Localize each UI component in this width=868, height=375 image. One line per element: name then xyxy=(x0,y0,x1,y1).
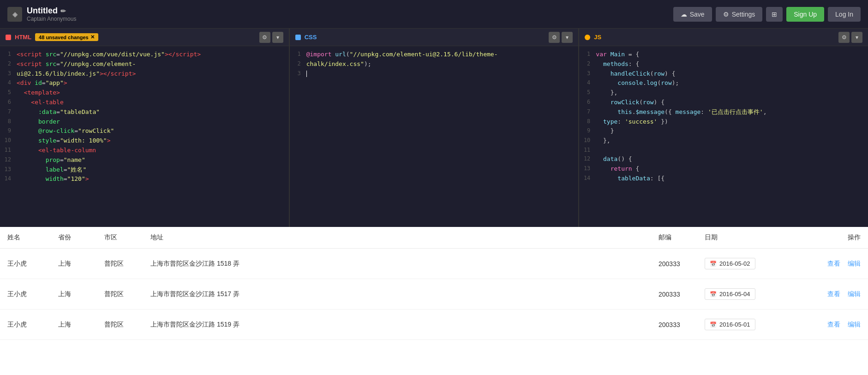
css-settings-icon[interactable]: ⚙ xyxy=(549,32,560,43)
login-label: Log In xyxy=(835,11,853,18)
cell-address: 上海市普陀区金沙江路 1518 弄 xyxy=(143,249,651,279)
code-line: 4 console.log(row); xyxy=(579,78,868,88)
code-line: 7 :data="tableData" xyxy=(0,107,289,117)
js-dot xyxy=(585,35,590,40)
col-address: 地址 xyxy=(143,227,651,249)
js-panel-actions: ⚙ ▾ xyxy=(838,32,862,43)
date-badge: 📅 2016-05-01 xyxy=(705,319,755,330)
code-line: 14 width="120"> xyxy=(0,174,289,184)
edit-button[interactable]: 编辑 xyxy=(848,290,861,298)
view-button[interactable]: 查看 xyxy=(827,321,840,329)
brand-title: Untitled ✏ xyxy=(27,6,76,16)
cell-zip: 200333 xyxy=(651,310,697,340)
grid-button[interactable]: ⊞ xyxy=(766,7,783,22)
code-line: 1<script src="//unpkg.com/vue/dist/vue.j… xyxy=(0,50,289,60)
js-code-area[interactable]: 1var Main = { 2 methods: { 3 handleClick… xyxy=(579,46,868,227)
html-panel-actions: ⚙ ▾ xyxy=(259,32,283,43)
html-settings-icon[interactable]: ⚙ xyxy=(259,32,270,43)
unsaved-count: 48 unsaved changes xyxy=(39,35,89,40)
unsaved-badge: 48 unsaved changes ✕ xyxy=(35,33,98,41)
cursor-line: 3 xyxy=(290,69,579,79)
table-header-row: 姓名 省份 市区 地址 邮编 日期 操作 xyxy=(0,227,868,249)
calendar-icon: 📅 xyxy=(710,321,717,328)
cell-empty xyxy=(771,279,799,310)
unsaved-close-icon[interactable]: ✕ xyxy=(90,34,95,40)
cell-name: 王小虎 xyxy=(0,310,51,340)
project-title: Untitled xyxy=(27,6,58,16)
signup-label: Sign Up xyxy=(794,11,817,18)
cell-city: 普陀区 xyxy=(97,310,143,340)
brand-logo: ◈ xyxy=(7,7,22,22)
cell-city: 普陀区 xyxy=(97,279,143,310)
data-table: 姓名 省份 市区 地址 邮编 日期 操作 王小虎 上海 普陀区 上海市普陀区金沙… xyxy=(0,227,868,340)
cell-zip: 200333 xyxy=(651,279,697,310)
js-settings-icon[interactable]: ⚙ xyxy=(838,32,850,43)
html-chevron-icon[interactable]: ▾ xyxy=(272,32,283,43)
code-line: 8 type: 'success' }) xyxy=(579,117,868,127)
js-lang-label: JS xyxy=(594,34,601,41)
nav-actions: ☁ Save ⚙ Settings ⊞ Sign Up Log In xyxy=(673,7,861,22)
cell-date: 📅 2016-05-01 xyxy=(697,310,771,340)
js-chevron-icon[interactable]: ▾ xyxy=(851,32,862,43)
date-badge: 📅 2016-05-04 xyxy=(705,288,755,300)
save-button[interactable]: ☁ Save xyxy=(673,7,712,22)
topnav: ◈ Untitled ✏ Captain Anonymous ☁ Save ⚙ … xyxy=(0,0,868,29)
signup-button[interactable]: Sign Up xyxy=(786,7,824,22)
css-panel-actions: ⚙ ▾ xyxy=(549,32,573,43)
table-row: 王小虎 上海 普陀区 上海市普陀区金沙江路 1518 弄 200333 📅 20… xyxy=(0,249,868,279)
table-header: 姓名 省份 市区 地址 邮编 日期 操作 xyxy=(0,227,868,249)
cell-city: 普陀区 xyxy=(97,249,143,279)
table-row: 王小虎 上海 普陀区 上海市普陀区金沙江路 1517 弄 200333 📅 20… xyxy=(0,279,868,310)
brand: ◈ Untitled ✏ Captain Anonymous xyxy=(7,6,673,22)
cell-empty xyxy=(771,310,799,340)
code-line: 5 <template> xyxy=(0,88,289,98)
settings-button[interactable]: ⚙ Settings xyxy=(716,7,763,22)
code-line: 5 }, xyxy=(579,88,868,98)
code-line: 3ui@2.15.6/lib/index.js"></script> xyxy=(0,69,289,79)
edit-button[interactable]: 编辑 xyxy=(848,260,861,268)
css-chevron-icon[interactable]: ▾ xyxy=(562,32,573,43)
code-line: 10 }, xyxy=(579,136,868,146)
cell-name: 王小虎 xyxy=(0,279,51,310)
css-panel-header: CSS ⚙ ▾ xyxy=(290,29,579,46)
brand-info: Untitled ✏ Captain Anonymous xyxy=(27,6,76,22)
html-code-area[interactable]: 1<script src="//unpkg.com/vue/dist/vue.j… xyxy=(0,46,289,227)
col-province: 省份 xyxy=(51,227,97,249)
code-line: 11 <el-table-column xyxy=(0,146,289,155)
cell-zip: 200333 xyxy=(651,249,697,279)
edit-icon[interactable]: ✏ xyxy=(60,7,66,15)
code-line: 2 methods: { xyxy=(579,60,868,69)
login-button[interactable]: Log In xyxy=(828,7,861,22)
table-body: 王小虎 上海 普陀区 上海市普陀区金沙江路 1518 弄 200333 📅 20… xyxy=(0,249,868,340)
css-dot xyxy=(295,35,301,40)
col-date: 日期 xyxy=(697,227,771,249)
code-line: 2<script src="//unpkg.com/element- xyxy=(0,60,289,69)
edit-button[interactable]: 编辑 xyxy=(848,321,861,329)
code-line: 1@import url("//unpkg.com/element-ui@2.1… xyxy=(290,50,579,60)
css-lang-label: CSS xyxy=(305,34,317,41)
table-area: 姓名 省份 市区 地址 邮编 日期 操作 王小虎 上海 普陀区 上海市普陀区金沙… xyxy=(0,227,868,375)
cell-address: 上海市普陀区金沙江路 1519 弄 xyxy=(143,310,651,340)
calendar-icon: 📅 xyxy=(710,261,717,267)
col-city: 市区 xyxy=(97,227,143,249)
html-panel-header: HTML 48 unsaved changes ✕ ⚙ ▾ xyxy=(0,29,289,46)
html-panel: HTML 48 unsaved changes ✕ ⚙ ▾ 1<script s… xyxy=(0,29,290,227)
view-button[interactable]: 查看 xyxy=(827,260,840,268)
calendar-icon: 📅 xyxy=(710,291,717,298)
cell-empty xyxy=(771,249,799,279)
code-line: 9 @row-click="rowClick" xyxy=(0,126,289,136)
cell-date: 📅 2016-05-02 xyxy=(697,249,771,279)
css-code-area[interactable]: 1@import url("//unpkg.com/element-ui@2.1… xyxy=(290,46,579,227)
code-line: 9 } xyxy=(579,126,868,136)
brand-subtitle: Captain Anonymous xyxy=(27,16,76,22)
settings-label: Settings xyxy=(732,11,755,18)
html-dot xyxy=(6,35,11,40)
cloud-icon: ☁ xyxy=(681,11,687,18)
cell-province: 上海 xyxy=(51,249,97,279)
js-code-lines: 1var Main = { 2 methods: { 3 handleClick… xyxy=(579,46,868,187)
code-line: 2chalk/index.css"); xyxy=(290,60,579,69)
css-panel: CSS ⚙ ▾ 1@import url("//unpkg.com/elemen… xyxy=(290,29,580,227)
col-action: 操作 xyxy=(799,227,868,249)
view-button[interactable]: 查看 xyxy=(827,290,840,298)
save-label: Save xyxy=(690,11,705,18)
